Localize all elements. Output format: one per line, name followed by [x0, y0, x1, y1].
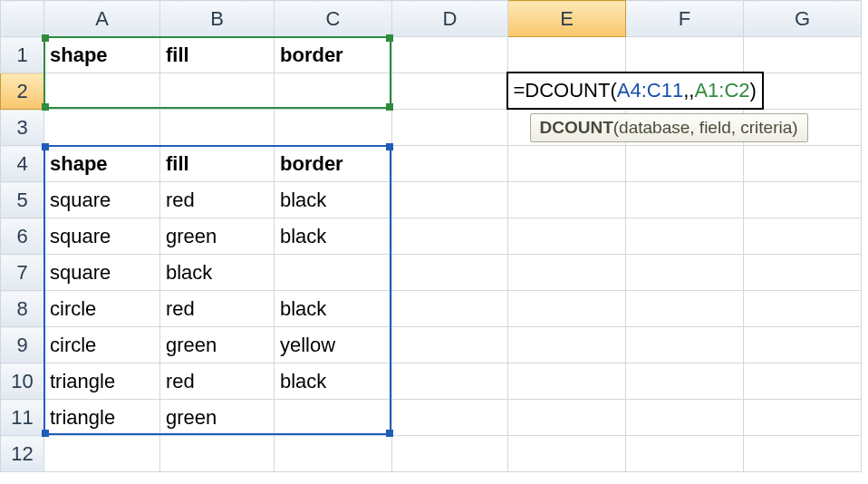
row-header-10[interactable]: 10 [1, 363, 44, 400]
range-handle[interactable] [42, 103, 49, 111]
cell-A8[interactable]: circle [44, 291, 160, 327]
cell-E8[interactable] [508, 291, 626, 327]
cell-B3[interactable] [160, 110, 275, 146]
cell-A2[interactable] [44, 73, 160, 110]
cell-A1[interactable]: shape [44, 37, 160, 73]
cell-F7[interactable] [626, 255, 744, 291]
cell-F10[interactable] [626, 363, 744, 400]
cell-E6[interactable] [508, 218, 626, 255]
cell-E10[interactable] [508, 363, 626, 400]
row-header-6[interactable]: 6 [1, 218, 44, 255]
cell-A5[interactable]: square [44, 182, 160, 218]
cell-E11[interactable] [508, 400, 626, 436]
cell-C5[interactable]: black [275, 182, 392, 218]
cell-F6[interactable] [626, 218, 744, 255]
cell-E5[interactable] [508, 182, 626, 218]
cell-A3[interactable] [44, 110, 160, 146]
cell-A12[interactable] [44, 436, 160, 472]
cell-F12[interactable] [626, 436, 744, 472]
cell-F5[interactable] [626, 182, 744, 218]
range-handle[interactable] [42, 430, 49, 437]
cell-F11[interactable] [626, 400, 744, 436]
cell-D3[interactable] [392, 110, 508, 146]
cell-G7[interactable] [744, 255, 862, 291]
cell-B4[interactable]: fill [160, 146, 275, 182]
row-header-5[interactable]: 5 [1, 182, 44, 218]
cell-G8[interactable] [744, 291, 862, 327]
range-handle[interactable] [386, 103, 393, 111]
cell-E4[interactable] [508, 146, 626, 182]
cell-C8[interactable]: black [275, 291, 392, 327]
cell-E1[interactable] [508, 37, 626, 73]
range-handle[interactable] [386, 34, 393, 42]
cell-B7[interactable]: black [160, 255, 275, 291]
col-header-G[interactable]: G [744, 1, 862, 37]
cell-G5[interactable] [744, 182, 862, 218]
cell-F9[interactable] [626, 327, 744, 363]
cell-A10[interactable]: triangle [44, 363, 160, 400]
cell-A9[interactable]: circle [44, 327, 160, 363]
cell-D2[interactable] [392, 73, 508, 110]
row-header-2[interactable]: 2 [1, 73, 44, 110]
formula-tooltip[interactable]: DCOUNT(database, field, criteria) [530, 113, 808, 142]
cell-B2[interactable] [160, 73, 275, 110]
row-header-9[interactable]: 9 [1, 327, 44, 363]
row-header-1[interactable]: 1 [1, 37, 44, 73]
cell-B1[interactable]: fill [160, 37, 275, 73]
range-handle[interactable] [386, 430, 393, 437]
cell-D10[interactable] [392, 363, 508, 400]
cell-C11[interactable] [275, 400, 392, 436]
range-handle[interactable] [386, 143, 393, 150]
cell-D12[interactable] [392, 436, 508, 472]
cell-F1[interactable] [626, 37, 744, 73]
cell-B11[interactable]: green [160, 400, 275, 436]
cell-G4[interactable] [744, 146, 862, 182]
cell-G12[interactable] [744, 436, 862, 472]
cell-C9[interactable]: yellow [275, 327, 392, 363]
cell-C3[interactable] [275, 110, 392, 146]
cell-G9[interactable] [744, 327, 862, 363]
col-header-F[interactable]: F [626, 1, 744, 37]
col-header-B[interactable]: B [160, 1, 275, 37]
cell-F8[interactable] [626, 291, 744, 327]
cell-G10[interactable] [744, 363, 862, 400]
cell-D1[interactable] [392, 37, 508, 73]
cell-A4[interactable]: shape [44, 146, 160, 182]
cell-G6[interactable] [744, 218, 862, 255]
cell-B5[interactable]: red [160, 182, 275, 218]
row-header-12[interactable]: 12 [1, 436, 44, 472]
col-header-E[interactable]: E [508, 1, 626, 37]
cell-C12[interactable] [275, 436, 392, 472]
cell-C10[interactable]: black [275, 363, 392, 400]
select-all-corner[interactable] [1, 1, 44, 37]
cell-A7[interactable]: square [44, 255, 160, 291]
cell-D5[interactable] [392, 182, 508, 218]
cell-E9[interactable] [508, 327, 626, 363]
cell-C1[interactable]: border [275, 37, 392, 73]
cell-E12[interactable] [508, 436, 626, 472]
cell-C4[interactable]: border [275, 146, 392, 182]
col-header-C[interactable]: C [275, 1, 392, 37]
cell-E7[interactable] [508, 255, 626, 291]
cell-B12[interactable] [160, 436, 275, 472]
col-header-A[interactable]: A [44, 1, 160, 37]
row-header-7[interactable]: 7 [1, 255, 44, 291]
row-header-8[interactable]: 8 [1, 291, 44, 327]
range-handle[interactable] [42, 143, 49, 150]
cell-A6[interactable]: square [44, 218, 160, 255]
cell-B8[interactable]: red [160, 291, 275, 327]
cell-D7[interactable] [392, 255, 508, 291]
cell-A11[interactable]: triangle [44, 400, 160, 436]
col-header-D[interactable]: D [392, 1, 508, 37]
cell-B10[interactable]: red [160, 363, 275, 400]
cell-B9[interactable]: green [160, 327, 275, 363]
cell-D6[interactable] [392, 218, 508, 255]
cell-C6[interactable]: black [275, 218, 392, 255]
row-header-11[interactable]: 11 [1, 400, 44, 436]
range-handle[interactable] [42, 34, 49, 42]
cell-D4[interactable] [392, 146, 508, 182]
cell-G11[interactable] [744, 400, 862, 436]
row-header-3[interactable]: 3 [1, 110, 44, 146]
cell-C2[interactable] [275, 73, 392, 110]
active-cell-editor[interactable]: =DCOUNT(A4:C11,,A1:C2) [506, 72, 764, 110]
